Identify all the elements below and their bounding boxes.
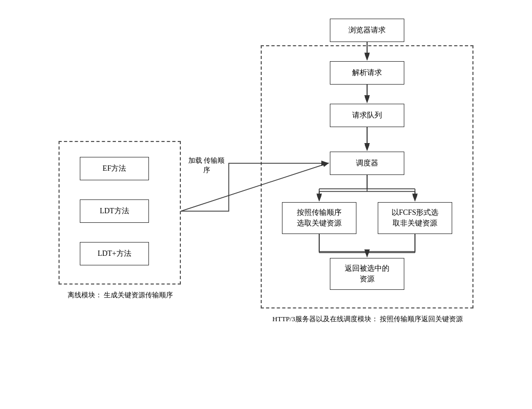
ef-method-box: EF方法 xyxy=(80,157,149,180)
ldtplus-method-box: LDT+方法 xyxy=(80,242,149,265)
non-key-resource-box: 以FCFS形式选 取非关键资源 xyxy=(378,202,452,234)
request-queue-box: 请求队列 xyxy=(330,104,404,127)
key-resource-box: 按照传输顺序 选取关键资源 xyxy=(282,202,356,234)
offline-caption: 离线模块： 生成关键资源传输顺序 xyxy=(63,290,178,301)
browser-request-box: 浏览器请求 xyxy=(330,19,404,42)
online-caption: HTTP/3服务器以及在线调度模块： 按照传输顺序返回关键资源 xyxy=(263,314,472,324)
load-order-label: 加载 传输顺序 xyxy=(185,156,228,175)
scheduler-box: 调度器 xyxy=(330,152,404,175)
return-resource-box: 返回被选中的 资源 xyxy=(330,258,404,290)
diagram-container: 浏览器请求 解析请求 请求队列 调度器 按照传输顺序 选取关键资源 以FCFS形… xyxy=(48,13,484,396)
ldt-method-box: LDT方法 xyxy=(80,199,149,223)
parse-request-box: 解析请求 xyxy=(330,61,404,85)
